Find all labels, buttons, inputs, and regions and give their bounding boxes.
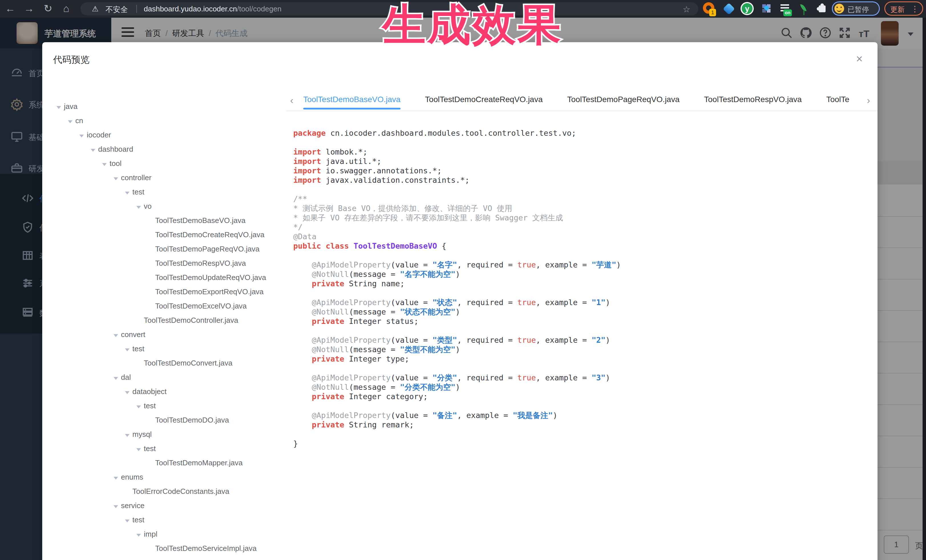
code-line: @ApiModelProperty(value = "分类", required… bbox=[293, 373, 878, 382]
code-line bbox=[293, 326, 878, 335]
tree-expand-caret-icon[interactable] bbox=[125, 188, 132, 196]
extension-icon-4[interactable] bbox=[759, 2, 774, 16]
tree-node-label: service bbox=[121, 501, 144, 510]
tree-expand-caret-icon[interactable] bbox=[113, 174, 121, 182]
browser-update-button[interactable]: 更新 ⋮ bbox=[884, 2, 923, 16]
tree-expand-caret-icon[interactable] bbox=[125, 430, 132, 439]
extension-icon-5[interactable]: on bbox=[778, 2, 793, 16]
code-line: private Integer status; bbox=[293, 317, 878, 326]
tree-folder-node[interactable]: java bbox=[42, 99, 286, 113]
tree-expand-caret-icon[interactable] bbox=[125, 344, 132, 353]
tree-node-label: iocoder bbox=[87, 131, 111, 139]
url-path: /tool/codegen bbox=[237, 5, 281, 13]
app-page: 芋道管理系统 首页系统基础研发代代表系数 首页/研发工具/代码生成 тT bbox=[0, 18, 926, 560]
tree-node-label: ToolTestDemoUpdateReqVO.java bbox=[155, 273, 266, 282]
tree-folder-node[interactable]: impl bbox=[42, 527, 286, 541]
tree-file-node[interactable]: ToolTestDemoBaseVO.java bbox=[42, 213, 286, 228]
tree-file-node[interactable]: ToolTestDemoExcelVO.java bbox=[42, 299, 286, 313]
tree-expand-caret-icon[interactable] bbox=[91, 145, 98, 154]
tree-folder-node[interactable]: convert bbox=[42, 328, 286, 341]
extension-icon-1[interactable]: 1 bbox=[701, 2, 716, 16]
tree-expand-caret-icon[interactable] bbox=[113, 373, 121, 382]
tree-file-node[interactable]: ToolTestDemoRespVO.java bbox=[42, 256, 286, 270]
tree-folder-node[interactable]: cn bbox=[42, 113, 286, 128]
browser-profile-chip[interactable]: 已暂停 bbox=[832, 2, 880, 16]
tree-folder-node[interactable]: service bbox=[42, 498, 286, 513]
code-line bbox=[293, 185, 878, 194]
tree-folder-node[interactable]: test bbox=[42, 513, 286, 527]
extension-badge: 1 bbox=[709, 9, 716, 16]
tree-file-node[interactable]: ToolTestDemoUpdateReqVO.java bbox=[42, 270, 286, 285]
tree-folder-node[interactable]: enums bbox=[42, 470, 286, 484]
tree-file-node[interactable]: ToolTestDemoController.java bbox=[42, 313, 286, 328]
insecure-warning-icon: ⚠ bbox=[92, 5, 98, 14]
tree-expand-caret-icon[interactable] bbox=[56, 102, 64, 111]
tree-expand-caret-icon[interactable] bbox=[68, 116, 75, 125]
address-divider bbox=[136, 5, 137, 13]
file-tab[interactable]: ToolTestDemoBaseVO.java bbox=[303, 92, 401, 111]
tree-expand-caret-icon[interactable] bbox=[125, 387, 132, 396]
tree-folder-node[interactable]: dashboard bbox=[42, 142, 286, 156]
browser-forward-button[interactable]: → bbox=[21, 0, 37, 18]
code-line: private Integer type; bbox=[293, 354, 878, 364]
extension-icon-2[interactable] bbox=[721, 2, 736, 16]
file-tabs: ‹ ToolTestDemoBaseVO.javaToolTestDemoCre… bbox=[286, 92, 878, 111]
tree-file-node[interactable]: ToolTestDemoServiceImpl.java bbox=[42, 541, 286, 555]
tree-node-label: controller bbox=[121, 174, 151, 182]
file-tab[interactable]: ToolTe bbox=[826, 92, 849, 111]
close-icon[interactable]: × bbox=[856, 53, 862, 65]
tree-node-label: enums bbox=[121, 473, 143, 482]
tree-node-label: java bbox=[64, 102, 77, 111]
code-line: import java.util.*; bbox=[293, 157, 878, 166]
tree-file-node[interactable]: ToolTestDemoPageReqVO.java bbox=[42, 242, 286, 256]
tree-expand-caret-icon[interactable] bbox=[136, 444, 144, 453]
tree-folder-node[interactable]: test bbox=[42, 398, 286, 413]
tree-expand-caret-icon[interactable] bbox=[136, 530, 144, 539]
tree-expand-caret-icon[interactable] bbox=[113, 330, 121, 339]
tree-file-node[interactable]: ToolErrorCodeConstants.java bbox=[42, 484, 286, 498]
tabs-scroll-right-icon[interactable]: › bbox=[867, 95, 870, 106]
tree-expand-caret-icon[interactable] bbox=[102, 159, 109, 168]
browser-menu-icon[interactable]: ⋮ bbox=[911, 4, 919, 14]
tree-folder-node[interactable]: test bbox=[42, 341, 286, 356]
tree-folder-node[interactable]: dataobject bbox=[42, 384, 286, 398]
browser-back-button[interactable]: ← bbox=[2, 0, 18, 18]
code-line: @ApiModelProperty(value = "名字", required… bbox=[293, 260, 878, 269]
tree-file-node[interactable]: ToolTestDemoMapper.java bbox=[42, 456, 286, 470]
tree-folder-node[interactable]: tool bbox=[42, 156, 286, 171]
tabs-scroll-left-icon[interactable]: ‹ bbox=[290, 95, 293, 106]
tree-expand-caret-icon[interactable] bbox=[113, 501, 121, 510]
file-tab[interactable]: ToolTestDemoPageReqVO.java bbox=[567, 92, 679, 111]
code-line bbox=[293, 364, 878, 373]
tree-folder-node[interactable]: test bbox=[42, 441, 286, 456]
tree-folder-node[interactable]: controller bbox=[42, 171, 286, 185]
on-badge: on bbox=[783, 9, 792, 16]
window-scrollbar-strip[interactable] bbox=[923, 18, 926, 560]
tree-expand-caret-icon[interactable] bbox=[136, 402, 144, 410]
browser-home-button[interactable]: ⌂ bbox=[58, 0, 74, 18]
tree-folder-node[interactable]: iocoder bbox=[42, 128, 286, 142]
tree-expand-caret-icon[interactable] bbox=[136, 202, 144, 211]
file-tab[interactable]: ToolTestDemoCreateReqVO.java bbox=[425, 92, 543, 111]
tree-folder-node[interactable]: vo bbox=[42, 199, 286, 213]
bookmark-star-icon[interactable]: ☆ bbox=[682, 4, 690, 14]
tree-file-node[interactable]: ToolTestDemoDO.java bbox=[42, 413, 286, 427]
browser-reload-button[interactable]: ↻ bbox=[40, 0, 56, 18]
tree-folder-node[interactable]: mysql bbox=[42, 427, 286, 441]
tree-file-node[interactable]: ToolTestDemoConvert.java bbox=[42, 356, 286, 370]
tree-folder-node[interactable]: test bbox=[42, 185, 286, 199]
tree-file-node[interactable]: ToolTestDemoExportReqVO.java bbox=[42, 285, 286, 299]
code-line: @ApiModelProperty(value = "状态", required… bbox=[293, 298, 878, 307]
tree-expand-caret-icon[interactable] bbox=[113, 473, 121, 482]
tree-expand-caret-icon[interactable] bbox=[125, 516, 132, 524]
code-line: @NotNull(message = "状态不能为空") bbox=[293, 307, 878, 317]
extensions-menu-button[interactable] bbox=[815, 2, 829, 16]
tree-file-node[interactable]: ToolTestDemoCreateReqVO.java bbox=[42, 228, 286, 242]
file-tab[interactable]: ToolTestDemoRespVO.java bbox=[704, 92, 802, 111]
extension-icon-6[interactable] bbox=[796, 2, 811, 16]
dialog-body: javacniocoderdashboardtoolcontrollertest… bbox=[42, 76, 878, 560]
code-line bbox=[293, 251, 878, 260]
tree-folder-node[interactable]: dal bbox=[42, 370, 286, 384]
extension-icon-3[interactable]: y bbox=[740, 2, 754, 16]
tree-expand-caret-icon[interactable] bbox=[79, 131, 87, 139]
